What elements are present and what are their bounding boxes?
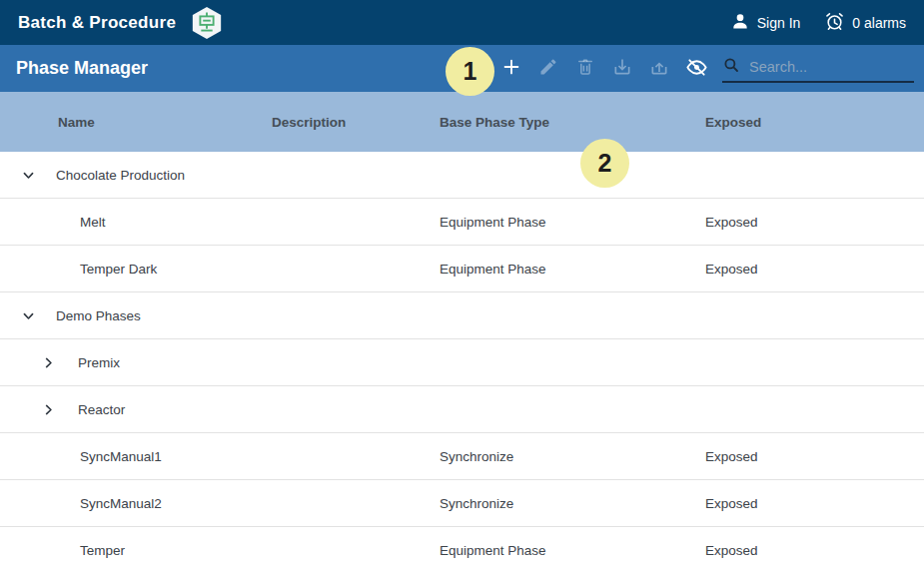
page-title: Phase Manager (16, 58, 148, 79)
edit-icon (538, 57, 558, 80)
table-row[interactable]: SyncManual1 Synchronize Exposed (0, 433, 924, 480)
table-body: Chocolate Production Melt Equipment Phas… (0, 152, 924, 571)
column-header-base-phase-type[interactable]: Base Phase Type (440, 115, 705, 130)
name-cell: Temper Dark (0, 246, 272, 291)
row-name: SyncManual2 (80, 496, 162, 511)
row-name: SyncManual1 (80, 449, 162, 464)
name-cell: Temper (0, 527, 272, 571)
name-cell: Reactor (0, 386, 272, 432)
row-name: Demo Phases (56, 308, 141, 323)
export-icon (649, 57, 669, 80)
toolbar-actions (499, 57, 708, 81)
alarms-button[interactable]: 0 alarms (824, 11, 906, 35)
row-base-phase-type: Equipment Phase (440, 215, 705, 230)
table-row[interactable]: Melt Equipment Phase Exposed (0, 199, 924, 246)
row-name: Premix (78, 355, 120, 370)
hide-exposed-icon (685, 56, 708, 82)
export-button[interactable] (647, 57, 671, 81)
row-name: Melt (80, 215, 106, 230)
name-cell: Premix (0, 339, 272, 385)
import-button[interactable] (610, 57, 634, 81)
row-base-phase-type: Synchronize (440, 496, 705, 511)
edit-button[interactable] (536, 57, 560, 81)
chevron-down-icon[interactable] (20, 307, 36, 323)
row-base-phase-type: Synchronize (440, 449, 705, 464)
row-base-phase-type: Equipment Phase (440, 543, 705, 558)
row-exposed: Exposed (705, 449, 924, 464)
search-icon (722, 56, 740, 78)
alarms-count-label: 0 alarms (852, 15, 906, 31)
table-row[interactable]: Chocolate Production (0, 152, 924, 199)
column-header-name[interactable]: Name (0, 115, 272, 130)
name-cell: Demo Phases (0, 292, 272, 338)
add-button[interactable] (499, 57, 523, 81)
name-cell: SyncManual2 (0, 480, 272, 526)
chevron-right-icon[interactable] (40, 354, 56, 370)
search-box (722, 54, 914, 83)
table-row[interactable]: SyncManual2 Synchronize Exposed (0, 480, 924, 527)
import-icon (612, 57, 632, 80)
chevron-right-icon[interactable] (40, 401, 56, 417)
table-header: Name Description Base Phase Type Exposed (0, 92, 924, 152)
add-icon (500, 56, 522, 81)
app-bar: Batch & Procedure (0, 0, 924, 45)
person-icon (730, 11, 750, 34)
name-cell: Melt (0, 199, 272, 245)
row-name: Temper Dark (80, 262, 157, 277)
search-input[interactable] (749, 59, 914, 75)
table-row[interactable]: Reactor (0, 386, 924, 433)
app-bar-right: Sign In 0 alarms (730, 11, 906, 35)
name-cell: SyncManual1 (0, 433, 272, 479)
sign-in-button[interactable]: Sign In (730, 11, 801, 34)
hide-exposed-button[interactable] (684, 57, 708, 81)
sign-in-label: Sign In (757, 15, 801, 31)
row-exposed: Exposed (705, 543, 924, 558)
row-exposed: Exposed (705, 215, 924, 230)
alarm-clock-icon (824, 11, 845, 35)
name-cell: Chocolate Production (0, 152, 272, 198)
row-exposed: Exposed (705, 262, 924, 277)
row-exposed: Exposed (705, 496, 924, 511)
batch-procedure-logo-icon (190, 5, 224, 41)
delete-icon (575, 57, 595, 80)
row-name: Reactor (78, 402, 125, 417)
row-base-phase-type: Equipment Phase (440, 262, 705, 277)
table-row[interactable]: Premix (0, 339, 924, 386)
row-name: Temper (80, 543, 125, 558)
callout-badge-2: 2 (580, 139, 629, 188)
column-header-description[interactable]: Description (272, 115, 440, 130)
chevron-down-icon[interactable] (20, 167, 36, 183)
table-row[interactable]: Demo Phases (0, 292, 924, 339)
table-row[interactable]: Temper Dark Equipment Phase Exposed (0, 246, 924, 292)
row-name: Chocolate Production (56, 168, 185, 183)
column-header-exposed[interactable]: Exposed (705, 115, 924, 130)
app-title: Batch & Procedure (18, 13, 176, 33)
callout-badge-1: 1 (446, 47, 494, 96)
table-row[interactable]: Temper Equipment Phase Exposed (0, 527, 924, 571)
phase-manager-app: Batch & Procedure (0, 0, 924, 571)
delete-button[interactable] (573, 57, 597, 81)
